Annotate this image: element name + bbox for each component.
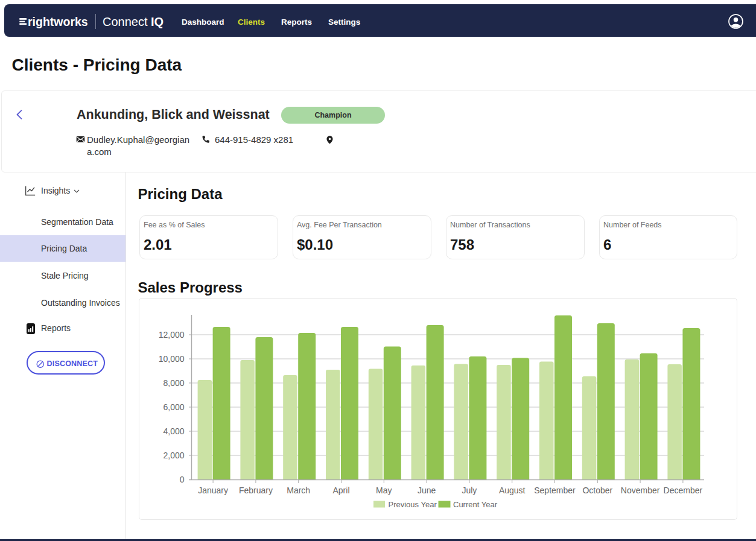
svg-text:May: May (376, 486, 392, 495)
svg-text:December: December (664, 486, 703, 495)
svg-text:November: November (621, 486, 660, 495)
svg-text:January: January (198, 486, 228, 495)
svg-text:June: June (418, 486, 436, 495)
svg-text:July: July (462, 486, 477, 495)
svg-text:Previous Year: Previous Year (389, 500, 437, 509)
svg-text:10,000: 10,000 (159, 354, 185, 364)
svg-text:12,000: 12,000 (159, 330, 185, 340)
svg-text:6,000: 6,000 (163, 402, 184, 412)
svg-text:March: March (287, 486, 310, 495)
svg-text:April: April (332, 486, 349, 495)
svg-text:Current Year: Current Year (453, 500, 498, 509)
svg-text:October: October (582, 486, 612, 495)
svg-text:2,000: 2,000 (163, 451, 184, 460)
svg-text:8,000: 8,000 (163, 378, 184, 388)
svg-text:0: 0 (180, 475, 185, 484)
svg-text:February: February (239, 486, 273, 495)
svg-text:4,000: 4,000 (163, 426, 184, 436)
svg-text:August: August (499, 486, 526, 495)
svg-text:September: September (534, 486, 576, 495)
